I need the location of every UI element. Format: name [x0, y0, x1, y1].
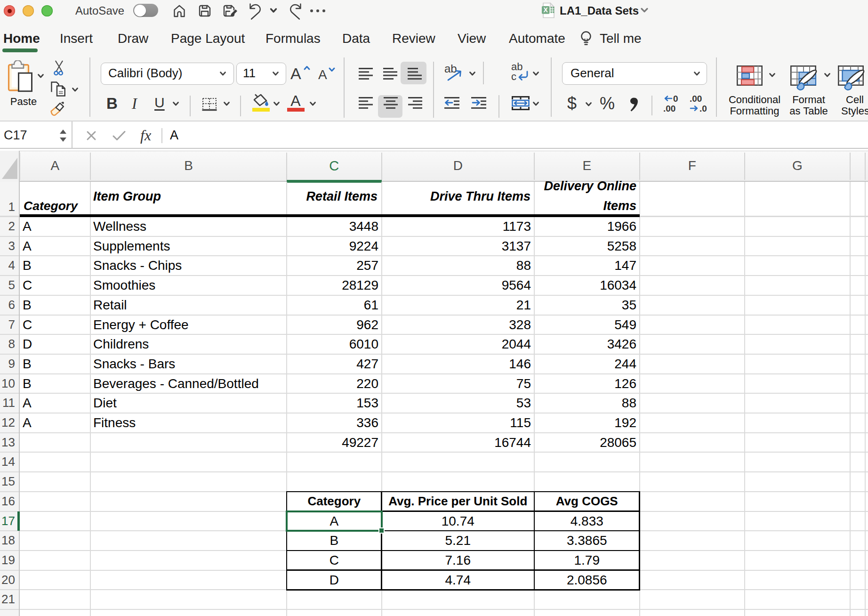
svg-text:X: X	[544, 6, 548, 14]
